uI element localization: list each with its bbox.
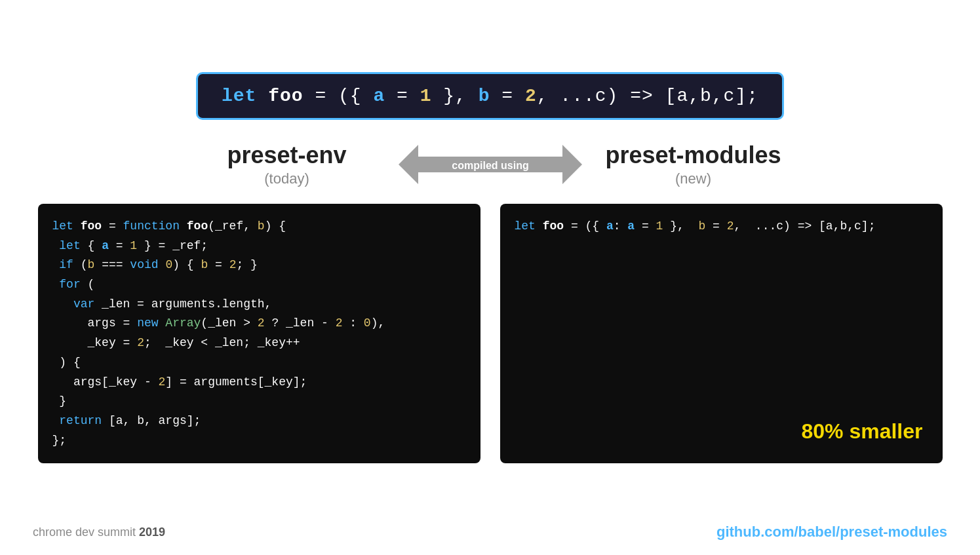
smaller-label: 80% smaller bbox=[801, 414, 922, 449]
code-line-4: for ( bbox=[52, 275, 466, 295]
preset-env-label: preset-env (today) bbox=[176, 142, 399, 187]
code-line-9: args[_key - 2] = arguments[_key]; bbox=[52, 373, 466, 392]
code-panels: let foo = function foo(_ref, b) { let { … bbox=[38, 204, 943, 463]
preset-modules-label: preset-modules (new) bbox=[582, 142, 805, 187]
right-code-line-1: let foo = ({ a: a = 1 }, b = 2, ...c) =>… bbox=[515, 217, 928, 237]
preset-modules-sub: (new) bbox=[675, 170, 711, 187]
preset-env-sub: (today) bbox=[264, 170, 309, 187]
footer-left: chrome dev summit 2019 bbox=[33, 526, 165, 539]
left-code-panel: let foo = function foo(_ref, b) { let { … bbox=[38, 204, 480, 463]
footer-year: 2019 bbox=[139, 526, 165, 539]
footer-link: github.com/babel/preset-modules bbox=[716, 524, 947, 541]
code-line-10: } bbox=[52, 392, 466, 411]
footer: chrome dev summit 2019 github.com/babel/… bbox=[0, 524, 980, 541]
middle-section: preset-env (today) compiled using preset… bbox=[0, 138, 980, 191]
top-code-box: let foo = ({ a = 1 }, b = 2, ...c) => [a… bbox=[196, 72, 784, 120]
right-code-panel: let foo = ({ a: a = 1 }, b = 2, ...c) =>… bbox=[500, 204, 943, 463]
compiled-using-arrow: compiled using bbox=[399, 138, 582, 191]
code-line-12: }; bbox=[52, 431, 466, 451]
code-line-1: let foo = function foo(_ref, b) { bbox=[52, 217, 466, 237]
preset-env-name: preset-env bbox=[227, 142, 346, 169]
code-line-8: ) { bbox=[52, 353, 466, 373]
slide: let foo = ({ a = 1 }, b = 2, ...c) => [a… bbox=[0, 0, 980, 555]
code-line-2: let { a = 1 } = _ref; bbox=[52, 237, 466, 256]
code-line-3: if (b === void 0) { b = 2; } bbox=[52, 256, 466, 275]
code-keyword-let: let bbox=[222, 86, 268, 106]
code-line-6: args = new Array(_len > 2 ? _len - 2 : 0… bbox=[52, 314, 466, 334]
preset-modules-name: preset-modules bbox=[605, 142, 781, 169]
arrow-container: compiled using bbox=[399, 138, 582, 191]
svg-text:compiled using: compiled using bbox=[452, 160, 528, 171]
code-line-11: return [a, b, args]; bbox=[52, 411, 466, 431]
code-line-7: _key = 2; _key < _len; _key++ bbox=[52, 334, 466, 353]
code-line-5: var _len = arguments.length, bbox=[52, 295, 466, 315]
footer-event-name: chrome dev summit bbox=[33, 526, 136, 539]
